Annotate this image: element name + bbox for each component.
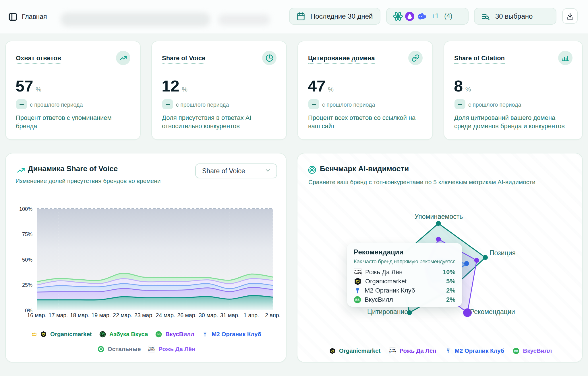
svg-text:18 мар.: 18 мар. xyxy=(70,312,90,318)
svg-text:17 мар.: 17 мар. xyxy=(49,312,68,318)
svg-text:26 мар.: 26 мар. xyxy=(177,312,197,318)
svg-text:Цитирование: Цитирование xyxy=(367,308,408,315)
svg-text:РОЖЬ: РОЖЬ xyxy=(149,347,155,349)
svg-text:31 мар.: 31 мар. xyxy=(220,312,240,318)
svg-text:РОЖЬ: РОЖЬ xyxy=(390,348,396,350)
svg-text:24 мар.: 24 мар. xyxy=(156,312,175,318)
svg-text:23 мар.: 23 мар. xyxy=(134,312,154,318)
svg-text:100%: 100% xyxy=(19,206,32,212)
svg-text:25%: 25% xyxy=(22,282,32,288)
svg-text:BB: BB xyxy=(355,298,360,301)
svg-text:30 мар.: 30 мар. xyxy=(199,312,218,318)
svg-text:Рекомендации: Рекомендации xyxy=(470,308,515,315)
svg-text:22 мар.: 22 мар. xyxy=(113,312,132,318)
svg-text:1 апр.: 1 апр. xyxy=(243,312,259,318)
svg-text:75%: 75% xyxy=(22,231,32,237)
svg-text:ДА ЛЁН: ДА ЛЁН xyxy=(148,349,155,351)
svg-text:Позиция: Позиция xyxy=(490,249,516,257)
svg-text:BB: BB xyxy=(514,350,518,352)
svg-text:16 мар.: 16 мар. xyxy=(27,312,47,318)
svg-text:2 апр.: 2 апр. xyxy=(265,312,281,318)
svg-text:ДА ЛЁН: ДА ЛЁН xyxy=(389,350,396,353)
svg-text:BB: BB xyxy=(157,333,161,336)
svg-text:Упоминаемость: Упоминаемость xyxy=(415,213,463,220)
svg-text:ДА ЛЁН: ДА ЛЁН xyxy=(354,272,362,274)
svg-text:50%: 50% xyxy=(22,257,32,263)
svg-text:19 мар.: 19 мар. xyxy=(91,312,111,318)
svg-text:РОЖЬ: РОЖЬ xyxy=(355,269,361,272)
